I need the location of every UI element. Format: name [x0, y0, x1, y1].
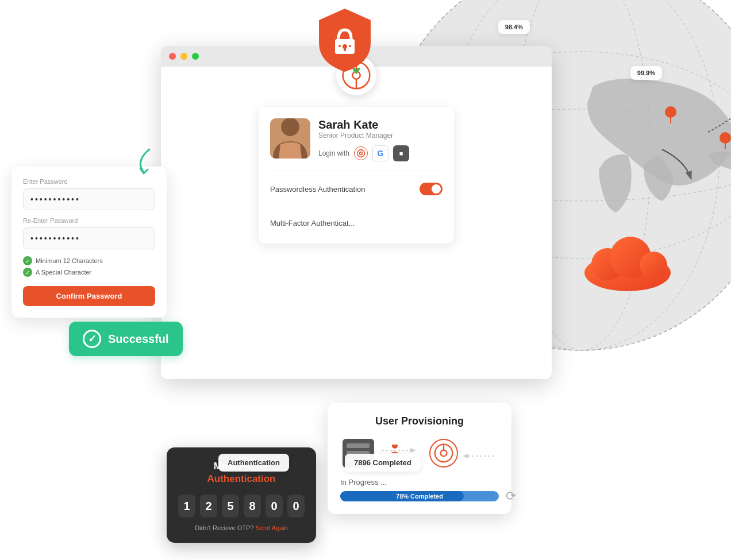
browser-dot-green [192, 53, 199, 60]
provisioning-status: In Progress ... [340, 478, 499, 486]
otp-digits-row: 1 2 5 8 0 0 [178, 495, 305, 517]
return-arrow [463, 445, 497, 462]
otp-digit-6: 0 [287, 495, 305, 517]
divider-2 [270, 207, 443, 207]
google-provider[interactable]: G [372, 145, 388, 161]
profile-header: Sarah Kate Senior Product Manager Login … [270, 118, 443, 161]
completed-badge: 7896 Completed [345, 454, 421, 472]
svg-point-36 [440, 450, 447, 457]
check-icon-1 [23, 256, 32, 265]
check-icon-2 [23, 268, 32, 277]
success-check-icon: ✓ [83, 330, 101, 348]
otp-digit-5: 0 [266, 495, 283, 517]
profile-card: Sarah Kate Senior Product Manager Login … [259, 107, 454, 244]
confirm-password-button[interactable]: Confirm Password [23, 286, 155, 306]
progress-text: 78% Completed [396, 493, 443, 500]
progress-wrapper: 78% Completed ⟳ [340, 491, 499, 501]
cloud-right [582, 230, 674, 293]
login-with-row: Login with G ■ [318, 145, 409, 161]
stat-badge-1: 98.4% [498, 20, 530, 34]
otp-resend: Didn't Recieve OTP? Send Again [178, 524, 305, 531]
reenter-password-input[interactable] [23, 227, 155, 249]
svg-point-32 [392, 445, 398, 449]
svg-point-27 [281, 118, 299, 136]
browser-frame: Sarah Kate Senior Product Manager Login … [161, 46, 552, 379]
loading-spinner: ⟳ [506, 489, 516, 504]
success-text: Successful [108, 333, 169, 346]
passwordless-toggle[interactable] [420, 183, 443, 195]
prov-logo [429, 439, 458, 468]
profile-title: Senior Product Manager [318, 132, 409, 140]
provider-logo [354, 146, 368, 160]
browser-dot-yellow [180, 53, 187, 60]
shield-badge [313, 6, 376, 75]
svg-point-11 [338, 45, 341, 47]
other-provider[interactable]: ■ [393, 145, 409, 161]
svg-marker-39 [463, 454, 468, 458]
authentication-badge: Authentication [218, 454, 289, 472]
otp-digit-1: 1 [178, 495, 195, 517]
provisioning-title: User Provisioning [340, 415, 499, 427]
stat-badge-2: 99.9% [630, 66, 662, 80]
browser-dot-red [169, 53, 176, 60]
svg-point-28 [357, 150, 365, 157]
mfa-subtitle: Authentication [207, 473, 276, 484]
browser-content: Sarah Kate Senior Product Manager Login … [161, 67, 552, 379]
mfa-row: Multi-Factor Authenticat... [270, 214, 443, 232]
profile-info: Sarah Kate Senior Product Manager Login … [318, 118, 409, 161]
progress-bar-container: 78% Completed [340, 491, 499, 501]
otp-digit-2: 2 [200, 495, 217, 517]
resend-link[interactable]: Send Again [256, 524, 288, 531]
profile-name: Sarah Kate [318, 118, 409, 132]
reenter-password-label: Re-Enter Password [23, 217, 155, 224]
password-card: Enter Password Re-Enter Password Minimum… [11, 167, 167, 318]
validation-special-char: A Special Character [23, 268, 155, 277]
svg-point-21 [640, 252, 667, 279]
otp-digit-4: 8 [244, 495, 261, 517]
profile-avatar [270, 118, 310, 159]
success-badge: ✓ Successful [69, 322, 183, 356]
svg-marker-31 [410, 448, 416, 453]
otp-digit-3: 5 [222, 495, 239, 517]
password-input[interactable] [23, 188, 155, 210]
svg-point-13 [349, 45, 351, 47]
passwordless-row: Passwordless Authentication [270, 178, 443, 200]
divider-1 [270, 171, 443, 171]
arrow-indicator [132, 146, 155, 179]
validation-min-chars: Minimum 12 Characters [23, 256, 155, 265]
svg-point-12 [344, 45, 346, 47]
svg-rect-10 [344, 47, 346, 51]
